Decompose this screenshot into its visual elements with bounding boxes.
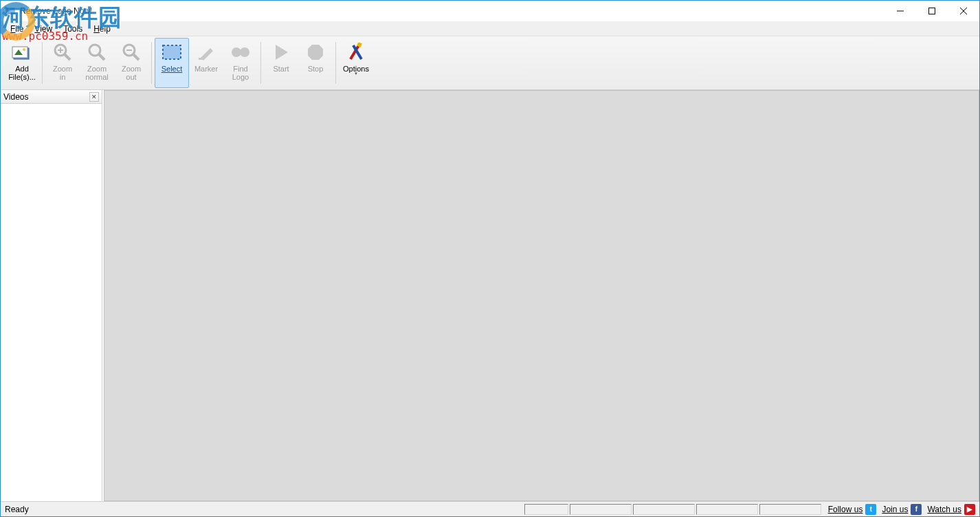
find-logo-icon <box>230 41 252 63</box>
status-well-1 <box>524 504 568 515</box>
menu-tools[interactable]: Tools <box>58 23 88 35</box>
add-files-button[interactable]: Add File(s)... <box>5 38 39 88</box>
zoom-in-icon <box>52 41 74 63</box>
chevron-down-icon: ▼ <box>354 72 358 76</box>
svg-line-15 <box>99 54 104 60</box>
window-title: Remove Logo Now! <box>20 6 92 16</box>
svg-point-23 <box>240 47 249 57</box>
zoom-out-button[interactable]: Zoom out <box>114 38 148 88</box>
select-icon <box>161 41 183 63</box>
menu-view[interactable]: View <box>29 23 58 35</box>
maximize-icon <box>928 8 935 14</box>
add-files-label: Add File(s)... <box>8 65 36 81</box>
options-button[interactable]: Options ▼ <box>339 38 373 88</box>
zoom-normal-label: Zoom normal <box>85 65 109 81</box>
title-bar: Remove Logo Now! <box>1 1 979 21</box>
zoom-normal-icon <box>86 41 108 63</box>
close-button[interactable] <box>948 1 979 21</box>
status-well-4 <box>696 504 758 515</box>
twitter-icon[interactable]: t <box>865 504 876 515</box>
watch-us-link[interactable]: Watch us <box>927 505 961 514</box>
marker-icon <box>195 41 217 63</box>
marker-button[interactable]: Marker <box>189 38 223 88</box>
svg-marker-24 <box>276 45 288 60</box>
videos-panel-close[interactable]: ✕ <box>89 92 99 102</box>
status-well-3 <box>633 504 695 515</box>
svg-point-14 <box>89 45 100 56</box>
menu-help[interactable]: Help <box>88 23 116 35</box>
svg-line-17 <box>133 54 139 60</box>
stop-button[interactable]: Stop <box>298 38 333 88</box>
add-files-icon <box>11 41 33 63</box>
videos-list[interactable] <box>1 104 102 501</box>
play-icon <box>270 41 292 63</box>
minimize-icon <box>897 8 904 14</box>
youtube-icon[interactable]: ▶ <box>964 504 975 515</box>
status-bar: Ready Follow us t Join us f Watch us ▶ <box>1 501 979 516</box>
svg-rect-19 <box>163 45 181 59</box>
app-window: Remove Logo Now! File View Tools Help Ad… <box>0 0 980 517</box>
close-icon <box>960 8 967 14</box>
preview-canvas[interactable] <box>104 90 979 501</box>
select-button[interactable]: Select <box>155 38 189 88</box>
zoom-out-label: Zoom out <box>122 65 141 81</box>
find-logo-button[interactable]: Find Logo <box>223 38 258 88</box>
zoom-in-button[interactable]: Zoom in <box>45 38 80 88</box>
toolbar: Add File(s)... Zoom in Zoom normal <box>1 36 979 90</box>
start-button[interactable]: Start <box>264 38 298 88</box>
zoom-normal-button[interactable]: Zoom normal <box>80 38 114 88</box>
minimize-button[interactable] <box>884 1 916 21</box>
content-area: Videos ✕ <box>1 90 979 501</box>
zoom-out-icon <box>120 41 142 63</box>
follow-us-link[interactable]: Follow us <box>828 505 863 514</box>
svg-point-9 <box>23 48 25 51</box>
marker-label: Marker <box>194 65 218 73</box>
menu-bar: File View Tools Help <box>1 21 979 36</box>
status-well-2 <box>570 504 632 515</box>
svg-rect-0 <box>6 8 14 14</box>
app-icon <box>5 6 16 16</box>
svg-marker-25 <box>308 45 323 60</box>
maximize-button[interactable] <box>916 1 948 21</box>
svg-line-11 <box>65 54 70 60</box>
stop-label: Stop <box>308 65 324 73</box>
options-icon <box>345 41 367 63</box>
start-label: Start <box>273 65 289 73</box>
join-us-link[interactable]: Join us <box>882 505 908 514</box>
svg-point-22 <box>232 47 241 57</box>
videos-panel-header: Videos ✕ <box>1 90 102 104</box>
facebook-icon[interactable]: f <box>911 504 922 515</box>
svg-rect-1 <box>8 10 10 11</box>
social-links: Follow us t Join us f Watch us ▶ <box>823 504 975 515</box>
videos-panel-title: Videos <box>3 92 28 102</box>
svg-rect-3 <box>929 8 935 14</box>
zoom-in-label: Zoom in <box>53 65 72 81</box>
select-label: Select <box>162 65 183 73</box>
status-text: Ready <box>1 505 29 514</box>
status-well-5 <box>759 504 821 515</box>
svg-rect-21 <box>199 58 203 60</box>
videos-panel: Videos ✕ <box>1 90 102 501</box>
menu-file[interactable]: File <box>5 23 29 35</box>
find-logo-label: Find Logo <box>232 65 249 81</box>
stop-icon <box>304 41 326 63</box>
